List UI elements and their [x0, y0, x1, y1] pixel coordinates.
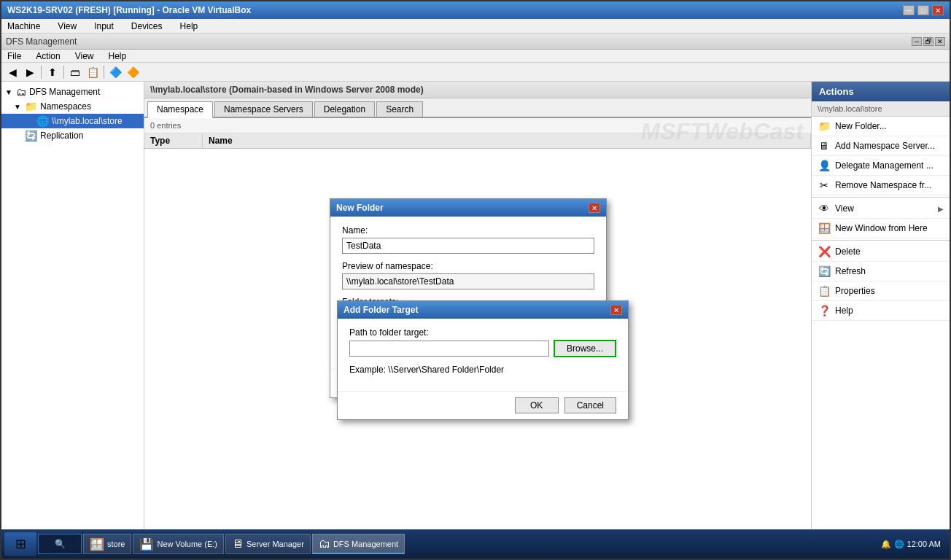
tray-icons: 🔔 🌐	[881, 540, 904, 549]
expand-button[interactable]: 📋	[85, 65, 101, 79]
path-input[interactable]	[349, 341, 549, 357]
tree-expand-namespaces[interactable]: ▼	[13, 102, 22, 111]
tree-expand-replication[interactable]	[13, 131, 22, 140]
vm-menu-view[interactable]: View	[55, 20, 79, 32]
browse-button[interactable]: Browse...	[554, 340, 616, 357]
new-window-icon: 🪟	[818, 222, 831, 234]
add-server-icon: 🖥	[818, 140, 831, 152]
toolbar-separator-3	[104, 66, 104, 79]
vm-menu-help[interactable]: Help	[177, 20, 201, 32]
back-button[interactable]: ◀	[4, 65, 20, 79]
mmc-menu-help[interactable]: Help	[106, 50, 130, 62]
refresh-icon: 🔄	[818, 265, 831, 277]
add-folder-close-btn[interactable]: ✕	[610, 305, 622, 315]
name-field: Name:	[342, 225, 594, 254]
volume-taskbar-icon: 💾	[139, 537, 154, 551]
content-header: \\mylab.local\store (Domain-based in Win…	[144, 82, 811, 98]
mmc-minimize-btn[interactable]: ─	[912, 37, 922, 46]
taskbar-btn-server-manager[interactable]: 🖥 Server Manager	[225, 534, 311, 554]
action-label-refresh: Refresh	[835, 266, 866, 276]
dfs-management-icon: 🗂	[16, 86, 26, 98]
action-label-add-server: Add Namespace Server...	[835, 141, 935, 151]
action-delegate-management[interactable]: 👤 Delegate Management ...	[812, 156, 950, 176]
add-folder-ok-btn[interactable]: OK	[515, 397, 559, 413]
mmc-close-btn[interactable]: ✕	[935, 37, 945, 46]
taskbar-tray: 🔔 🌐 12:00 AM	[875, 540, 947, 549]
action-add-namespace-server[interactable]: 🖥 Add Namespace Server...	[812, 136, 950, 156]
preview-field: Preview of namespace: \\mylab.local\stor…	[342, 261, 594, 289]
start-button[interactable]: ⊞	[4, 532, 36, 556]
mmc-menu-action[interactable]: Action	[33, 50, 63, 62]
dfs-taskbar-icon: 🗂	[319, 537, 330, 551]
tree-item-dfs-management[interactable]: ▼ 🗂 DFS Management	[1, 85, 144, 99]
vm-minimize-btn[interactable]: ─	[903, 5, 915, 15]
new-folder-title: New Folder	[336, 203, 384, 213]
action-label-new-folder: New Folder...	[835, 121, 887, 131]
name-label: Name:	[342, 225, 594, 236]
action-remove-namespace[interactable]: ✂ Remove Namespace fr...	[812, 176, 950, 195]
taskbar-search[interactable]: 🔍	[38, 534, 82, 554]
vm-menu-machine[interactable]: Machine	[4, 20, 43, 32]
namespaces-icon: 📁	[25, 101, 37, 112]
action-divider-1	[812, 197, 950, 198]
actions-subtitle: \\mylab.local\store	[812, 101, 950, 117]
tree-label-namespaces: Namespaces	[40, 101, 91, 112]
tab-namespace[interactable]: Namespace	[147, 101, 213, 118]
action-delete[interactable]: ❌ Delete	[812, 242, 950, 262]
taskbar-btn-store[interactable]: 🪟 store	[83, 534, 131, 554]
mmc-menu-file[interactable]: File	[4, 50, 24, 62]
tab-search[interactable]: Search	[376, 101, 423, 117]
action-properties[interactable]: 📋 Properties	[812, 281, 950, 301]
store-icon: 🌐	[36, 115, 49, 127]
name-input[interactable]	[342, 238, 594, 254]
add-folder-title: Add Folder Target	[343, 305, 418, 315]
taskbar-btn-volume[interactable]: 💾 New Volume (E:)	[133, 534, 224, 554]
view-arrow-icon: ▶	[938, 205, 944, 213]
taskbar-btn-dfs[interactable]: 🗂 DFS Management	[312, 534, 405, 554]
path-field: Path to folder target: Browse...	[349, 327, 616, 357]
help-icon: ❓	[818, 305, 831, 316]
vm-menu-devices[interactable]: Devices	[128, 20, 166, 32]
nav-button-2[interactable]: 🔶	[125, 65, 141, 79]
add-folder-body: Path to folder target: Browse... Example…	[338, 319, 628, 391]
tree-panel: ▼ 🗂 DFS Management ▼ 📁 Namespaces 🌐 \\my…	[1, 82, 144, 529]
action-label-new-window: New Window from Here	[835, 223, 928, 233]
example-field: Example: \\Server\Shared Folder\Folder	[349, 365, 616, 375]
vm-maximize-btn[interactable]: □	[917, 5, 929, 15]
server-manager-taskbar-icon: 🖥	[232, 537, 244, 551]
vm-menubar: Machine View Input Devices Help	[1, 19, 950, 34]
show-hide-button[interactable]: 🗃	[67, 65, 83, 79]
add-folder-cancel-btn[interactable]: Cancel	[564, 397, 616, 413]
action-refresh[interactable]: 🔄 Refresh	[812, 262, 950, 281]
tree-item-store[interactable]: 🌐 \\mylab.local\store	[1, 114, 144, 128]
tree-expand-store[interactable]	[25, 117, 34, 125]
delegate-icon: 👤	[818, 160, 831, 171]
preview-value: \\mylab.local\store\TestData	[342, 273, 594, 289]
col-type-header[interactable]: Type	[144, 133, 203, 148]
tree-item-replication[interactable]: 🔄 Replication	[1, 128, 144, 143]
col-name-header[interactable]: Name	[203, 133, 811, 148]
mmc-menu-view[interactable]: View	[72, 50, 97, 62]
action-new-window[interactable]: 🪟 New Window from Here	[812, 219, 950, 238]
view-icon: 👁	[818, 203, 831, 214]
action-help[interactable]: ❓ Help	[812, 301, 950, 321]
action-label-delete: Delete	[835, 246, 861, 257]
action-view[interactable]: 👁 View ▶	[812, 199, 950, 219]
tree-item-namespaces[interactable]: ▼ 📁 Namespaces	[1, 99, 144, 114]
vm-window: WS2K19-SRV02 (FRESH) [Running] - Oracle …	[0, 0, 951, 560]
forward-button[interactable]: ▶	[22, 65, 38, 79]
up-button[interactable]: ⬆	[44, 65, 61, 79]
tray-clock: 12:00 AM	[907, 540, 941, 548]
action-new-folder[interactable]: 📁 New Folder...	[812, 117, 950, 136]
tab-delegation[interactable]: Delegation	[314, 101, 375, 117]
vm-close-btn[interactable]: ✕	[932, 5, 944, 15]
tab-namespace-servers[interactable]: Namespace Servers	[214, 101, 313, 117]
windows-icon: ⊞	[15, 536, 26, 552]
toolbar-separator-1	[41, 66, 42, 79]
nav-button-1[interactable]: 🔷	[107, 65, 123, 79]
new-folder-close-btn[interactable]: ✕	[589, 203, 600, 213]
tree-expand-dfs[interactable]: ▼	[4, 88, 13, 96]
actions-title: Actions	[812, 82, 950, 101]
mmc-restore-btn[interactable]: 🗗	[923, 37, 933, 46]
vm-menu-input[interactable]: Input	[91, 20, 117, 32]
